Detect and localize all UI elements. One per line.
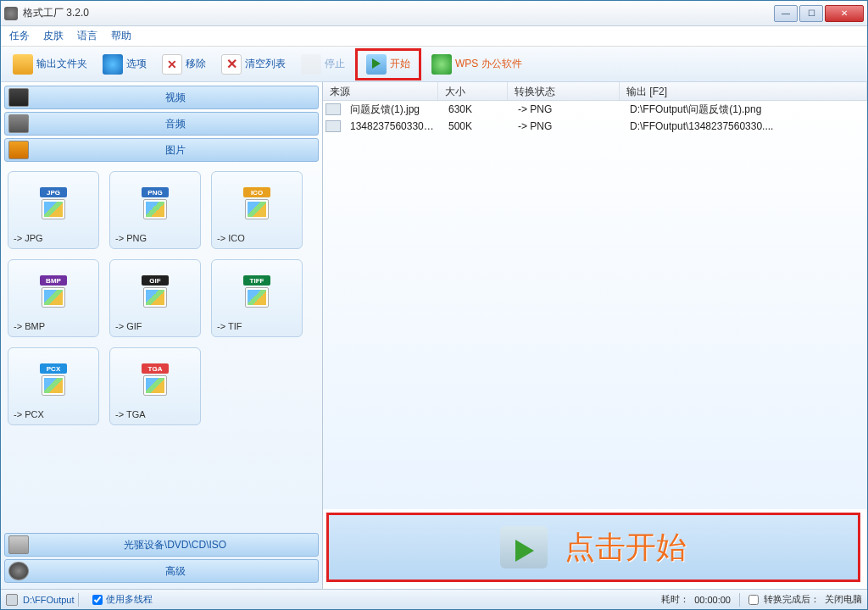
toolbar: 输出文件夹 选项 移除 清空列表 停止 开始 WPS 办公软件 bbox=[1, 47, 867, 82]
format-label: -> PCX bbox=[14, 409, 93, 419]
list-header: 来源 大小 转换状态 输出 [F2] bbox=[323, 82, 867, 101]
format-tile-gif[interactable]: GIF-> GIF bbox=[109, 259, 201, 337]
body-area: 视频 音频 图片 JPG-> JPGPNG-> PNGICO-> ICOBMP-… bbox=[1, 82, 867, 589]
category-disc[interactable]: 光驱设备\DVD\CD\ISO bbox=[4, 533, 319, 557]
format-thumb-icon bbox=[143, 287, 167, 308]
clear-list-button[interactable]: 清空列表 bbox=[216, 53, 291, 76]
category-audio[interactable]: 音频 bbox=[4, 112, 319, 136]
maximize-button[interactable]: ☐ bbox=[799, 5, 823, 22]
category-video[interactable]: 视频 bbox=[4, 86, 319, 109]
cell-status: -> PNG bbox=[511, 103, 623, 115]
format-thumb-icon bbox=[42, 287, 65, 308]
format-badge: TGA bbox=[142, 363, 169, 374]
col-status[interactable]: 转换状态 bbox=[508, 82, 620, 100]
remove-icon bbox=[162, 54, 182, 75]
format-tile-png[interactable]: PNG-> PNG bbox=[109, 171, 201, 249]
sidebar: 视频 音频 图片 JPG-> JPGPNG-> PNGICO-> ICOBMP-… bbox=[1, 82, 323, 589]
window-controls: — ☐ ✕ bbox=[774, 5, 864, 22]
menubar: 任务 皮肤 语言 帮助 bbox=[1, 26, 867, 47]
output-path-indicator[interactable]: D:\FFOutput bbox=[6, 594, 75, 606]
table-row[interactable]: 问题反馈(1).jpg630K-> PNGD:\FFOutput\问题反馈(1)… bbox=[323, 101, 867, 118]
stop-icon bbox=[301, 54, 321, 75]
multithread-label: 使用多线程 bbox=[106, 593, 153, 606]
cell-status: -> PNG bbox=[511, 120, 623, 132]
format-badge: PNG bbox=[142, 187, 169, 197]
menu-help[interactable]: 帮助 bbox=[111, 29, 131, 43]
file-icon bbox=[326, 103, 341, 115]
picture-icon bbox=[8, 141, 29, 159]
menu-skin[interactable]: 皮肤 bbox=[43, 29, 64, 43]
after-convert-label: 转换完成后： bbox=[764, 593, 820, 606]
menu-task[interactable]: 任务 bbox=[9, 29, 30, 43]
cell-output: D:\FFOutput\问题反馈(1).png bbox=[623, 103, 867, 117]
file-icon bbox=[326, 120, 341, 132]
advanced-icon bbox=[8, 562, 29, 580]
format-badge: GIF bbox=[142, 275, 169, 286]
elapsed-label: 耗时： bbox=[661, 593, 689, 606]
format-badge: TIFF bbox=[243, 275, 270, 286]
format-tile-tiff[interactable]: TIFF-> TIF bbox=[211, 259, 303, 337]
format-tile-jpg[interactable]: JPG-> JPG bbox=[8, 171, 99, 249]
format-label: -> TGA bbox=[115, 409, 195, 419]
format-badge: BMP bbox=[40, 275, 67, 286]
format-tile-tga[interactable]: TGA-> TGA bbox=[109, 347, 201, 425]
multithread-toggle[interactable]: 使用多线程 bbox=[92, 593, 153, 606]
wps-button[interactable]: WPS 办公软件 bbox=[426, 53, 527, 76]
folder-icon bbox=[13, 54, 33, 75]
audio-icon bbox=[8, 114, 29, 133]
format-thumb-icon bbox=[143, 375, 167, 396]
format-badge: ICO bbox=[243, 187, 270, 197]
close-button[interactable]: ✕ bbox=[825, 5, 864, 22]
output-folder-button[interactable]: 输出文件夹 bbox=[8, 53, 92, 76]
app-window: 格式工厂 3.2.0 — ☐ ✕ 任务 皮肤 语言 帮助 输出文件夹 选项 移除… bbox=[0, 0, 868, 610]
format-thumb-icon bbox=[245, 287, 269, 308]
options-button[interactable]: 选项 bbox=[97, 53, 152, 76]
category-advanced[interactable]: 高级 bbox=[4, 559, 319, 583]
after-convert-checkbox[interactable] bbox=[748, 595, 759, 605]
format-thumb-icon bbox=[143, 199, 167, 219]
format-label: -> ICO bbox=[217, 233, 297, 243]
format-tile-bmp[interactable]: BMP-> BMP bbox=[8, 259, 99, 337]
wps-icon bbox=[431, 54, 452, 75]
col-source[interactable]: 来源 bbox=[323, 82, 438, 100]
click-to-start-banner[interactable]: 点击开始 bbox=[326, 513, 860, 582]
clear-icon bbox=[221, 54, 242, 75]
cell-size: 500K bbox=[442, 120, 511, 132]
col-size[interactable]: 大小 bbox=[438, 82, 508, 100]
format-badge: JPG bbox=[40, 187, 67, 197]
file-list[interactable]: 问题反馈(1).jpg630K-> PNGD:\FFOutput\问题反馈(1)… bbox=[323, 101, 867, 509]
cell-size: 630K bbox=[442, 103, 511, 115]
format-label: -> GIF bbox=[115, 321, 195, 331]
category-picture[interactable]: 图片 bbox=[4, 138, 319, 162]
start-icon bbox=[366, 54, 387, 75]
cell-output: D:\FFOutput\1348237560330.... bbox=[623, 120, 867, 132]
after-convert-value: 关闭电脑 bbox=[825, 593, 862, 606]
format-badge: PCX bbox=[40, 363, 67, 374]
format-thumb-icon bbox=[245, 199, 269, 219]
disc-icon bbox=[8, 535, 29, 554]
format-thumb-icon bbox=[42, 199, 65, 219]
multithread-checkbox[interactable] bbox=[92, 595, 103, 605]
titlebar[interactable]: 格式工厂 3.2.0 — ☐ ✕ bbox=[1, 1, 867, 26]
cell-source: 1348237560330.jpg bbox=[343, 120, 442, 132]
statusbar: D:\FFOutput 使用多线程 耗时： 00:00:00 转换完成后： 关闭… bbox=[1, 589, 867, 609]
col-output[interactable]: 输出 [F2] bbox=[620, 82, 867, 100]
format-thumb-icon bbox=[42, 375, 65, 396]
cell-source: 问题反馈(1).jpg bbox=[343, 103, 442, 117]
stop-button[interactable]: 停止 bbox=[296, 53, 350, 76]
format-label: -> BMP bbox=[14, 321, 93, 331]
format-label: -> PNG bbox=[115, 233, 195, 243]
minimize-button[interactable]: — bbox=[774, 5, 798, 22]
output-path: D:\FFOutput bbox=[23, 595, 75, 605]
remove-button[interactable]: 移除 bbox=[157, 53, 211, 76]
video-icon bbox=[8, 88, 29, 107]
format-tile-pcx[interactable]: PCX-> PCX bbox=[8, 347, 99, 425]
format-grid: JPG-> JPGPNG-> PNGICO-> ICOBMP-> BMPGIF-… bbox=[4, 164, 319, 533]
format-tile-ico[interactable]: ICO-> ICO bbox=[211, 171, 303, 249]
start-button[interactable]: 开始 bbox=[355, 48, 421, 80]
click-to-start-text: 点击开始 bbox=[565, 527, 687, 568]
format-label: -> JPG bbox=[14, 233, 93, 243]
table-row[interactable]: 1348237560330.jpg500K-> PNGD:\FFOutput\1… bbox=[323, 118, 867, 135]
play-icon bbox=[500, 526, 548, 568]
menu-language[interactable]: 语言 bbox=[77, 29, 97, 43]
